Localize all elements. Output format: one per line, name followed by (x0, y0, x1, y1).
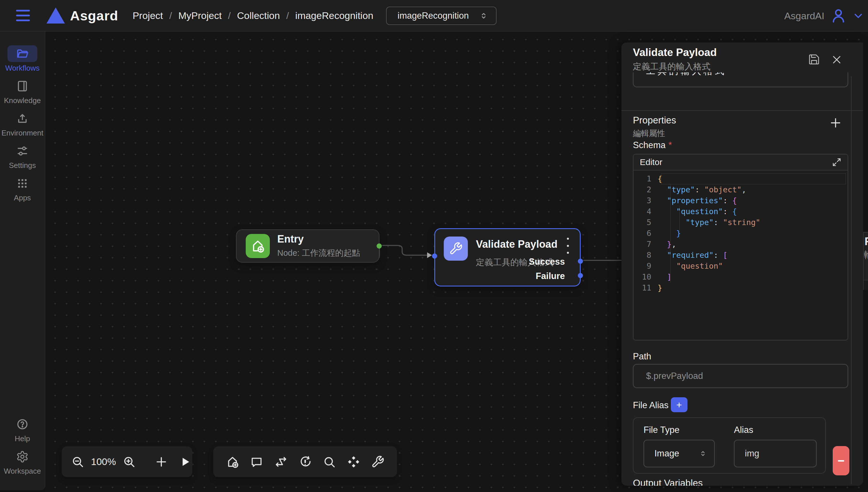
workflow-selector[interactable]: imageRecognition (386, 7, 497, 25)
clipped-scrolled-field[interactable]: 工具的輸入格式 (633, 72, 848, 87)
zoom-level: 100% (91, 456, 116, 467)
properties-section-subtitle: 編輯屬性 (633, 128, 665, 139)
properties-section-title: Properties (633, 115, 676, 126)
zoom-toolbar: 100% (62, 446, 192, 477)
close-icon[interactable] (832, 54, 842, 65)
top-navbar: Asgard Project / MyProject / Collection … (0, 0, 868, 31)
code-line[interactable]: 2 "type": "object", (634, 184, 848, 195)
sidebar: Workflows Knowledge Environment Settings… (0, 31, 45, 490)
search-icon[interactable] (323, 455, 336, 468)
folder-open-icon (16, 47, 29, 60)
remove-file-alias-button[interactable] (833, 446, 849, 475)
breadcrumb-collection[interactable]: Collection (237, 10, 280, 21)
editor-code-lines: 1{2 "type": "object",3 "properties": {4 … (634, 173, 848, 293)
expand-icon[interactable] (832, 157, 841, 167)
success-output-label: Success (529, 256, 565, 267)
diamond-grid-icon[interactable] (347, 455, 360, 468)
code-line[interactable]: 9 "question" (634, 261, 848, 272)
clipped-node-right-edge[interactable]: R 輸 (863, 232, 868, 290)
clipped-node-title: R (865, 236, 868, 248)
editor-code-area[interactable]: 1{2 "type": "object",3 "properties": {4 … (634, 171, 848, 340)
breadcrumb-myproject[interactable]: MyProject (178, 10, 222, 21)
schema-editor: Editor 1{2 "type": "object",3 "propertie… (633, 154, 848, 340)
entry-node[interactable]: Entry Node: 工作流程的起點 (236, 229, 379, 263)
validate-payload-node[interactable]: Validate Payload 定義工具的輸入格式 Success Failu… (434, 228, 581, 287)
breadcrumb-project[interactable]: Project (132, 10, 163, 21)
sidebar-item-workspace[interactable]: Workspace (2, 448, 43, 476)
code-line[interactable]: 4 "question": { (634, 206, 848, 217)
path-input-value: $.prevPayload (646, 371, 703, 381)
user-label: AsgardAI (784, 10, 824, 22)
code-line[interactable]: 1{ (634, 173, 848, 184)
sidebar-item-settings[interactable]: Settings (2, 143, 43, 170)
help-circle-icon (16, 418, 29, 430)
sidebar-item-label: Workflows (5, 64, 39, 73)
sidebar-item-workflows[interactable]: Workflows (2, 45, 43, 73)
node-menu-kebab-icon[interactable] (564, 238, 572, 254)
entry-output-port[interactable] (377, 243, 382, 249)
sidebar-item-help[interactable]: Help (2, 416, 43, 443)
entry-node-texts: Entry Node: 工作流程的起點 (277, 233, 360, 259)
entry-node-icon (246, 234, 270, 258)
code-line[interactable]: 10 ] (634, 272, 848, 282)
add-file-alias-button[interactable]: + (671, 397, 688, 412)
navbar-right-group: AsgardAI (784, 0, 864, 31)
menu-icon[interactable] (16, 10, 30, 21)
minus-icon (838, 460, 844, 462)
alias-input-value: img (745, 448, 759, 459)
code-line[interactable]: 11} (634, 282, 848, 293)
file-alias-label: File Alias (633, 400, 669, 411)
run-workflow-icon[interactable] (179, 456, 191, 468)
asgard-logo-icon (47, 7, 65, 24)
cycle-bulb-icon[interactable] (299, 455, 312, 468)
breadcrumb-separator: / (286, 10, 289, 21)
editor-header: Editor (634, 154, 848, 171)
sidebar-item-apps[interactable]: Apps (2, 175, 43, 203)
file-alias-card: File Type Image Alias img (633, 417, 826, 474)
sidebar-item-label: Knowledge (4, 96, 41, 105)
code-line[interactable]: 5 "type": "string" (634, 217, 848, 228)
panel-title: Validate Payload (633, 47, 717, 58)
code-line[interactable]: 3 "properties": { (634, 195, 848, 206)
code-line[interactable]: 7 }, (634, 239, 848, 250)
gear-icon (16, 450, 29, 463)
properties-panel: Validate Payload 定義工具的輸入格式 工具的輸入格式 Prope… (621, 43, 863, 486)
success-output-port[interactable] (578, 259, 583, 264)
add-entry-house-plus-icon[interactable] (226, 455, 239, 468)
failure-output-port[interactable] (578, 273, 583, 278)
swap-arrows-icon[interactable] (274, 455, 288, 468)
validate-input-port[interactable] (432, 253, 437, 259)
sidebar-item-environment[interactable]: Environment (2, 110, 43, 138)
panel-subtitle: 定義工具的輸入格式 (633, 61, 711, 73)
code-line[interactable]: 6 } (634, 228, 848, 239)
wrench-tool-icon[interactable] (371, 455, 385, 468)
save-icon[interactable] (808, 53, 820, 66)
panel-scrollbar[interactable] (851, 76, 852, 484)
zoom-out-icon[interactable] (72, 456, 84, 468)
account-chevron-down-icon[interactable] (852, 10, 864, 22)
chevron-updown-icon (479, 11, 488, 20)
file-type-select[interactable]: Image (644, 440, 715, 467)
file-type-label: File Type (644, 425, 679, 435)
breadcrumb-separator: / (169, 10, 172, 21)
upload-icon (16, 112, 29, 125)
add-node-icon[interactable] (155, 456, 168, 468)
zoom-in-icon[interactable] (123, 456, 135, 468)
add-property-icon[interactable] (829, 117, 842, 129)
action-toolbar (213, 446, 397, 477)
schema-label: Schema* (633, 140, 672, 150)
app-root: Asgard Project / MyProject / Collection … (0, 0, 868, 492)
code-line[interactable]: 8 "required": [ (634, 250, 848, 261)
alias-label: Alias (734, 425, 753, 435)
clipped-node-footer (864, 280, 868, 290)
workflow-selector-value: imageRecognition (398, 10, 479, 21)
path-input[interactable]: $.prevPayload (633, 364, 848, 388)
sidebar-item-knowledge[interactable]: Knowledge (2, 78, 43, 105)
breadcrumb: Project / MyProject / Collection / image… (132, 10, 373, 21)
breadcrumb-workflow[interactable]: imageRecognition (295, 10, 373, 21)
comment-icon[interactable] (250, 455, 263, 468)
user-avatar-icon[interactable] (830, 7, 847, 24)
validate-node-title: Validate Payload (476, 238, 557, 250)
alias-input[interactable]: img (734, 440, 817, 467)
sidebar-item-label: Environment (1, 129, 43, 138)
